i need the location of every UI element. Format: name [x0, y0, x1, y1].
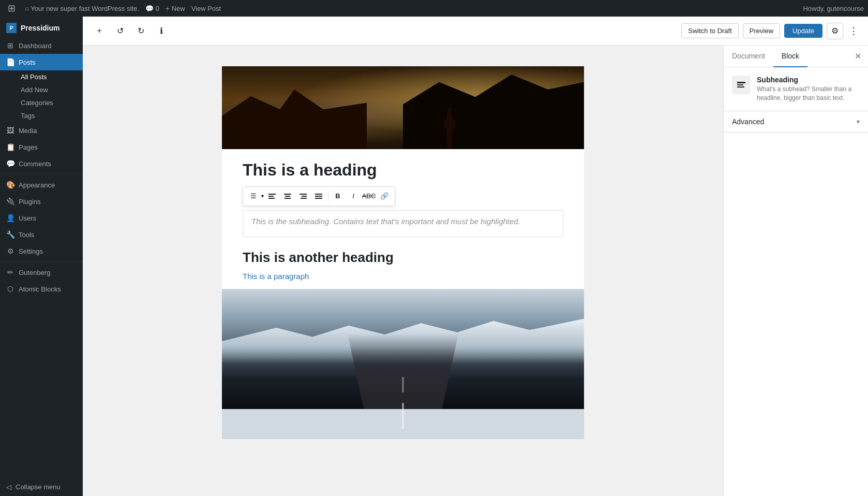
svg-rect-5	[285, 198, 291, 199]
main-layout: P Pressidium ⊞ Dashboard 📄 Posts All Pos…	[0, 17, 868, 496]
sidebar-brand[interactable]: P Pressidium	[0, 17, 83, 37]
add-new-label: Add New	[21, 86, 48, 94]
sidebar-item-label: Appearance	[19, 181, 55, 189]
comments-link[interactable]: 💬 0	[145, 5, 159, 12]
settings-panel-button[interactable]: ⚙	[827, 23, 843, 39]
all-posts-label: All Posts	[21, 73, 47, 81]
svg-rect-7	[302, 196, 307, 197]
svg-rect-9	[315, 194, 322, 195]
view-post-label: View Post	[191, 5, 221, 12]
undo-button[interactable]: ↺	[112, 23, 128, 39]
chevron-down-icon: ▾	[857, 118, 860, 125]
appearance-icon: 🎨	[6, 181, 14, 189]
block-info-text: Subheading What's a subhead? Smaller tha…	[757, 76, 860, 103]
gutenberg-icon: ✏	[6, 268, 14, 276]
settings-icon: ⚙	[6, 247, 14, 255]
sidebar: P Pressidium ⊞ Dashboard 📄 Posts All Pos…	[0, 17, 83, 496]
block-toolbar: ☰ ▾	[243, 186, 395, 206]
align-center-button[interactable]	[280, 189, 295, 203]
content-area[interactable]: This is a heading ☰ ▾	[83, 46, 723, 496]
sidebar-item-appearance[interactable]: 🎨 Appearance	[0, 177, 83, 193]
block-title: Subheading	[757, 76, 860, 84]
advanced-section: Advanced ▾	[724, 111, 868, 133]
redo-button[interactable]: ↻	[132, 23, 149, 39]
editor-toolbar: ＋ ↺ ↻ ℹ Switch to Draft Preview Update ⚙…	[83, 17, 868, 46]
sidebar-item-settings[interactable]: ⚙ Settings	[0, 243, 83, 259]
site-name[interactable]: ⌂ Your new super fast WordPress site.	[25, 5, 139, 12]
svg-rect-6	[300, 194, 307, 195]
panel-tabs: Document Block ✕	[724, 46, 868, 67]
link-button[interactable]: 🔗	[377, 189, 392, 203]
collapse-label: Collapse menu	[16, 483, 61, 491]
second-image	[222, 289, 584, 439]
sidebar-item-pages[interactable]: 📋 Pages	[0, 139, 83, 155]
atomic-blocks-icon: ⬡	[6, 285, 14, 293]
preview-button[interactable]: Preview	[743, 23, 780, 38]
comments-icon: 💬	[6, 159, 14, 168]
update-button[interactable]: Update	[784, 24, 822, 38]
align-right-button[interactable]	[296, 189, 310, 203]
sidebar-item-label: Plugins	[19, 198, 41, 206]
svg-rect-1	[268, 196, 274, 197]
tab-block[interactable]: Block	[773, 46, 807, 67]
sidebar-item-dashboard[interactable]: ⊞ Dashboard	[0, 37, 83, 54]
collapse-menu[interactable]: ◁ Collapse menu	[0, 478, 83, 496]
brand-icon: P	[6, 23, 17, 33]
italic-button[interactable]: I	[346, 189, 361, 203]
sidebar-item-atomic-blocks[interactable]: ⬡ Atomic Blocks	[0, 281, 83, 297]
sidebar-item-label: Settings	[19, 247, 43, 255]
align-left-button[interactable]	[265, 189, 279, 203]
sidebar-item-comments[interactable]: 💬 Comments	[0, 155, 83, 172]
sidebar-item-categories[interactable]: Categories	[14, 96, 83, 109]
panel-close-button[interactable]: ✕	[851, 50, 864, 63]
heading-block-2[interactable]: This is another heading	[222, 245, 584, 270]
sidebar-item-gutenberg[interactable]: ✏ Gutenberg	[0, 264, 83, 281]
hero-image	[222, 66, 584, 149]
strikethrough-button[interactable]: ABC	[362, 189, 376, 203]
svg-rect-12	[737, 82, 745, 83]
info-button[interactable]: ℹ	[153, 23, 170, 39]
block-info: Subheading What's a subhead? Smaller tha…	[724, 67, 868, 111]
svg-rect-8	[301, 198, 307, 199]
svg-rect-11	[315, 198, 322, 199]
house-icon: ⌂	[25, 5, 28, 12]
sidebar-item-tools[interactable]: 🔧 Tools	[0, 226, 83, 243]
sidebar-item-posts[interactable]: 📄 Posts	[0, 54, 83, 70]
sidebar-item-add-new[interactable]: Add New	[14, 83, 83, 96]
new-label: New	[172, 5, 185, 12]
tools-icon: 🔧	[6, 230, 14, 239]
howdy-text: Howdy, gutencourse	[803, 5, 864, 12]
paragraph-block[interactable]: This is a paragraph	[222, 270, 584, 289]
more-options-button[interactable]: ⋮	[847, 23, 860, 39]
sidebar-item-plugins[interactable]: 🔌 Plugins	[0, 193, 83, 210]
wp-logo-icon[interactable]: ⊞	[4, 1, 19, 16]
align-justify-button[interactable]	[311, 189, 326, 203]
heading-2-text: This is another heading	[243, 250, 394, 265]
alignment-dropdown[interactable]: ☰ ▾	[246, 189, 264, 203]
sidebar-item-label: Comments	[19, 160, 51, 168]
sidebar-item-all-posts[interactable]: All Posts	[14, 70, 83, 83]
sidebar-divider-2	[0, 261, 83, 262]
tab-document[interactable]: Document	[724, 46, 773, 67]
sidebar-item-media[interactable]: 🖼 Media	[0, 122, 83, 139]
plus-icon: +	[166, 5, 170, 12]
sidebar-item-label: Gutenberg	[19, 269, 50, 276]
svg-rect-0	[268, 194, 276, 195]
align-left-button[interactable]: ☰	[246, 189, 261, 203]
sidebar-item-users[interactable]: 👤 Users	[0, 210, 83, 226]
sidebar-item-tags[interactable]: Tags	[14, 109, 83, 122]
view-post-link[interactable]: View Post	[191, 5, 221, 12]
bold-button[interactable]: B	[331, 189, 345, 203]
advanced-header[interactable]: Advanced ▾	[724, 111, 868, 132]
heading-block[interactable]: This is a heading	[222, 149, 584, 186]
advanced-label: Advanced	[732, 118, 764, 126]
svg-rect-4	[285, 196, 290, 197]
editor-area: ＋ ↺ ↻ ℹ Switch to Draft Preview Update ⚙…	[83, 17, 868, 496]
svg-rect-2	[268, 198, 275, 199]
site-name-label: Your new super fast WordPress site.	[31, 5, 139, 12]
add-block-button[interactable]: ＋	[91, 23, 108, 39]
switch-to-draft-button[interactable]: Switch to Draft	[681, 23, 739, 38]
subheading-block[interactable]: This is the subheading. Contains text th…	[243, 210, 563, 237]
block-description: What's a subhead? Smaller than a headlin…	[757, 85, 860, 103]
new-link[interactable]: + New	[166, 5, 185, 12]
